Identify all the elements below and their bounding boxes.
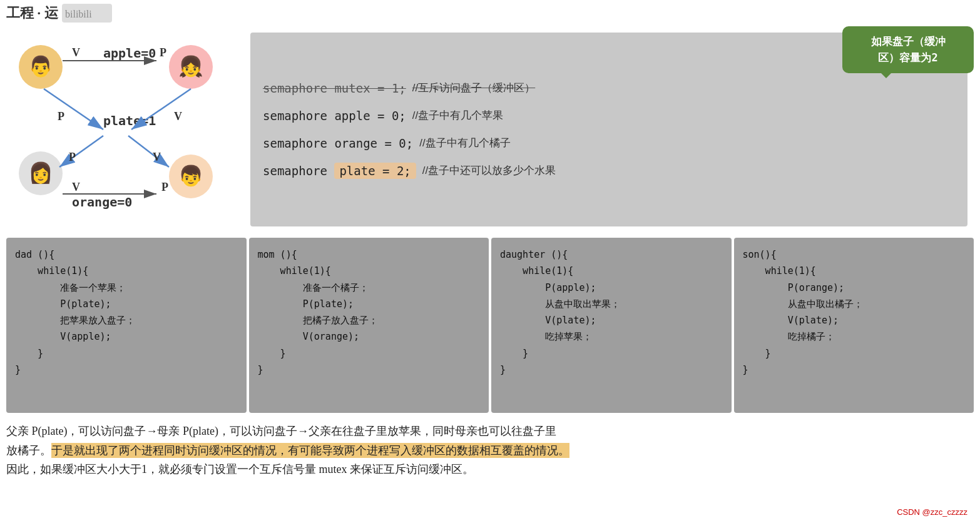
watermark: CSDN @zzc_czzzz	[897, 507, 967, 517]
bottom-text: 父亲 P(plate)，可以访问盘子→母亲 P(plate)，可以访问盘子→父亲…	[0, 413, 980, 485]
svg-text:👨: 👨	[28, 54, 53, 78]
bottom-text-line2: 放橘子。于是就出现了两个进程同时访问缓冲区的情况，有可能导致两个进程写入缓冲区的…	[6, 441, 967, 460]
code-text-1: semaphore mutex = 1;	[263, 76, 406, 100]
code-comment-3: //盘子中有几个橘子	[419, 133, 510, 154]
svg-text:P: P	[161, 181, 168, 193]
code-box-mom-content: mom (){ while(1){ 准备一个橘子； P(plate); 把橘子放…	[258, 246, 481, 378]
svg-line-15	[44, 89, 103, 129]
top-section: 👨 👧 👩 👦 apple=0 V P plate=	[0, 26, 980, 233]
diagram-area: 👨 👧 👩 👦 apple=0 V P plate=	[6, 33, 238, 226]
code-box-daughter-content: daughter (){ while(1){ P(apple); 从盘中取出苹果…	[500, 246, 723, 378]
code-comment-4: //盘子中还可以放多少个水果	[422, 160, 556, 181]
title-bar: 工程 · 运 bilibili	[0, 0, 980, 26]
code-line-4: semaphore plate = 2; //盘子中还可以放多少个水果	[263, 159, 955, 183]
code-box-daughter: daughter (){ while(1){ P(apple); 从盘中取出苹果…	[491, 238, 732, 413]
highlight-text: 于是就出现了两个进程同时访问缓冲区的情况，有可能导致两个进程写入缓冲区的数据相互…	[51, 443, 569, 458]
svg-text:plate=1: plate=1	[103, 113, 156, 128]
code-comment-2: //盘子中有几个苹果	[412, 105, 503, 126]
svg-line-21	[128, 136, 169, 167]
svg-text:P: P	[69, 151, 76, 163]
svg-text:V: V	[174, 110, 182, 123]
svg-text:👩: 👩	[28, 161, 53, 185]
svg-text:P: P	[58, 110, 64, 123]
svg-text:👦: 👦	[178, 164, 203, 188]
code-box-dad: dad (){ while(1){ 准备一个苹果； P(plate); 把苹果放…	[6, 238, 247, 413]
bottom-text-line1: 父亲 P(plate)，可以访问盘子→母亲 P(plate)，可以访问盘子→父亲…	[6, 422, 967, 441]
code-box-mom: mom (){ while(1){ 准备一个橘子； P(plate); 把橘子放…	[249, 238, 489, 413]
svg-text:bilibili: bilibili	[65, 9, 92, 19]
svg-text:👧: 👧	[178, 54, 203, 78]
code-text-2: semaphore apple = 0;	[263, 104, 406, 128]
svg-text:V: V	[72, 46, 80, 59]
svg-text:P: P	[160, 46, 166, 59]
page-title: 工程 · 运	[6, 4, 58, 23]
logo-icon: bilibili	[62, 4, 112, 23]
svg-text:apple=0: apple=0	[103, 46, 156, 61]
tooltip-bubble: 如果盘子（缓冲 区）容量为2	[842, 26, 974, 73]
code-area: 如果盘子（缓冲 区）容量为2 semaphore mutex = 1; //互斥…	[250, 33, 967, 226]
diagram-svg: 👨 👧 👩 👦 apple=0 V P plate=	[6, 33, 238, 226]
svg-text:V: V	[153, 151, 161, 163]
svg-text:V: V	[72, 181, 80, 193]
code-line-3: semaphore orange = 0; //盘子中有几个橘子	[263, 131, 955, 155]
code-comment-1: //互斥访问盘子（缓冲区）	[412, 78, 535, 99]
svg-line-19	[59, 136, 103, 167]
code-text-4: semaphore plate = 2;	[263, 159, 416, 183]
code-line-2: semaphore apple = 0; //盘子中有几个苹果	[263, 104, 955, 128]
code-box-son: son(){ while(1){ P(orange); 从盘中取出橘子； V(p…	[734, 238, 974, 413]
bottom-text-line3: 因此，如果缓冲区大小大于1，就必须专门设置一个互斥信号量 mutex 来保证互斥…	[6, 460, 967, 479]
svg-line-17	[131, 89, 191, 129]
code-box-son-content: son(){ while(1){ P(orange); 从盘中取出橘子； V(p…	[743, 246, 966, 378]
code-text-3: semaphore orange = 0;	[263, 131, 413, 155]
code-box-dad-content: dad (){ while(1){ 准备一个苹果； P(plate); 把苹果放…	[15, 246, 238, 378]
bottom-code-section: dad (){ while(1){ 准备一个苹果； P(plate); 把苹果放…	[0, 238, 980, 413]
svg-text:orange=0: orange=0	[72, 195, 132, 210]
code-line-1: semaphore mutex = 1; //互斥访问盘子（缓冲区）	[263, 76, 955, 100]
